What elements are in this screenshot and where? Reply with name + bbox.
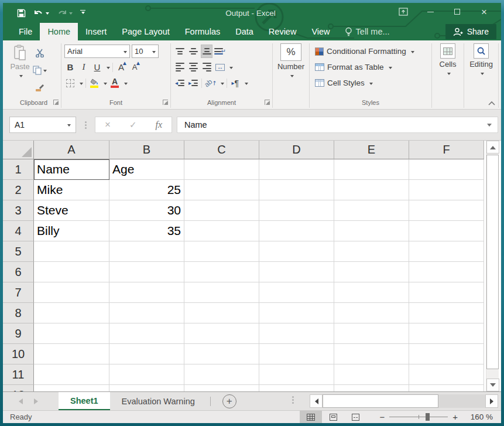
cell-A10[interactable] <box>34 344 109 364</box>
format-as-table-button[interactable]: Format as Table <box>310 59 431 75</box>
redo-dropdown-arrow[interactable] <box>69 12 73 16</box>
font-color-dropdown-arrow[interactable] <box>124 83 128 87</box>
cell-D8[interactable] <box>259 303 334 323</box>
paste-dropdown-arrow[interactable] <box>19 75 23 79</box>
collapse-ribbon-chevron-icon[interactable] <box>488 101 495 105</box>
undo-button[interactable] <box>33 9 49 17</box>
font-name-combo[interactable]: Arial <box>64 45 130 58</box>
cell-C11[interactable] <box>184 364 259 385</box>
cell-C3[interactable] <box>184 200 259 221</box>
cell-E8[interactable] <box>334 303 409 323</box>
cell-C8[interactable] <box>184 303 259 323</box>
row-header-3[interactable]: 3 <box>3 200 34 221</box>
align-bottom-button[interactable] <box>201 45 212 58</box>
cell-B7[interactable] <box>109 282 184 303</box>
close-button[interactable]: × <box>471 4 498 19</box>
number-dropdown-arrow[interactable] <box>290 75 294 79</box>
row-header-1[interactable]: 1 <box>3 159 34 180</box>
cell-F12[interactable] <box>409 385 484 391</box>
tab-view[interactable]: View <box>304 23 337 40</box>
cell-E2[interactable] <box>334 180 409 200</box>
cell-C2[interactable] <box>184 180 259 200</box>
cell-F5[interactable] <box>409 241 484 262</box>
redo-button[interactable] <box>57 9 73 17</box>
cell-D5[interactable] <box>259 241 334 262</box>
cell-D6[interactable] <box>259 262 334 282</box>
row-header-11[interactable]: 11 <box>3 364 34 385</box>
formula-bar-grip[interactable] <box>80 121 91 129</box>
text-direction-button[interactable]: ▸¶ <box>229 76 241 90</box>
name-box[interactable]: A1 <box>9 117 76 133</box>
italic-button[interactable]: I <box>78 60 90 74</box>
new-sheet-button[interactable]: + <box>222 394 236 408</box>
cell-B10[interactable] <box>109 344 184 364</box>
name-box-dropdown-arrow[interactable] <box>67 124 71 128</box>
scroll-right-button[interactable] <box>485 394 498 408</box>
format-painter-button[interactable] <box>33 81 47 95</box>
cell-F3[interactable] <box>409 200 484 221</box>
sheet-tab-sheet1[interactable]: Sheet1 <box>59 392 110 410</box>
cell-D4[interactable] <box>259 221 334 241</box>
number-format-button[interactable]: % Number <box>273 42 308 98</box>
wrap-text-button[interactable]: ↵ <box>214 45 226 58</box>
zoom-out-button[interactable]: − <box>379 412 385 422</box>
copy-dropdown-arrow[interactable] <box>43 70 47 74</box>
text-direction-dropdown-arrow[interactable] <box>245 83 248 87</box>
zoom-slider[interactable] <box>389 417 448 417</box>
column-header-A[interactable]: A <box>34 141 109 159</box>
row-header-8[interactable]: 8 <box>3 303 34 323</box>
select-all-corner[interactable] <box>3 141 34 159</box>
save-button[interactable] <box>17 9 26 18</box>
cancel-icon[interactable]: × <box>105 119 111 131</box>
scroll-left-button[interactable] <box>310 394 323 408</box>
cell-E11[interactable] <box>334 364 409 385</box>
cell-D3[interactable] <box>259 200 334 221</box>
cell-D7[interactable] <box>259 282 334 303</box>
increase-font-button[interactable]: A▲ <box>115 60 127 74</box>
cell-F2[interactable] <box>409 180 484 200</box>
align-center-button[interactable] <box>187 60 199 74</box>
column-header-B[interactable]: B <box>109 141 184 159</box>
cell-F7[interactable] <box>409 282 484 303</box>
cell-A6[interactable] <box>34 262 109 282</box>
align-middle-button[interactable] <box>187 45 199 58</box>
cell-C12[interactable] <box>184 385 259 391</box>
zoom-level[interactable]: 160 % <box>467 413 493 421</box>
copy-button[interactable] <box>33 64 47 77</box>
font-dialog-launcher[interactable] <box>163 100 168 105</box>
cell-E9[interactable] <box>334 323 409 344</box>
row-header-9[interactable]: 9 <box>3 323 34 344</box>
column-header-D[interactable]: D <box>259 141 334 159</box>
cell-D10[interactable] <box>259 344 334 364</box>
paste-button[interactable]: Paste <box>7 43 33 98</box>
sheet-tab-evaluation-warning[interactable]: Evaluation Warning <box>110 392 207 410</box>
zoom-in-button[interactable]: + <box>452 412 458 422</box>
normal-view-button[interactable] <box>300 411 322 423</box>
tab-review[interactable]: Review <box>261 23 304 40</box>
enter-icon[interactable]: ✓ <box>129 120 137 130</box>
previous-sheet-arrow[interactable] <box>16 398 23 404</box>
row-header-12[interactable]: 12 <box>3 385 34 391</box>
clipboard-dialog-launcher[interactable] <box>53 100 59 105</box>
cell-F10[interactable] <box>409 344 484 364</box>
column-header-C[interactable]: C <box>184 141 259 159</box>
cells-button[interactable]: Cells <box>433 42 463 98</box>
cell-B4[interactable]: 35 <box>109 221 184 241</box>
cell-F9[interactable] <box>409 323 484 344</box>
underline-dropdown-arrow[interactable] <box>107 67 110 71</box>
cell-F6[interactable] <box>409 262 484 282</box>
cell-A3[interactable]: Steve <box>34 200 109 221</box>
cell-A12[interactable] <box>34 385 109 391</box>
cell-styles-button[interactable]: Cell Styles <box>310 75 431 91</box>
cell-E3[interactable] <box>334 200 409 221</box>
cell-B11[interactable] <box>109 364 184 385</box>
cell-D2[interactable] <box>259 180 334 200</box>
cell-C9[interactable] <box>184 323 259 344</box>
undo-dropdown-arrow[interactable] <box>46 12 49 16</box>
editing-button[interactable]: Editing <box>465 42 498 98</box>
cell-E10[interactable] <box>334 344 409 364</box>
cell-D9[interactable] <box>259 323 334 344</box>
cell-E6[interactable] <box>334 262 409 282</box>
cell-A9[interactable] <box>34 323 109 344</box>
expand-formula-bar-icon[interactable] <box>487 124 492 129</box>
